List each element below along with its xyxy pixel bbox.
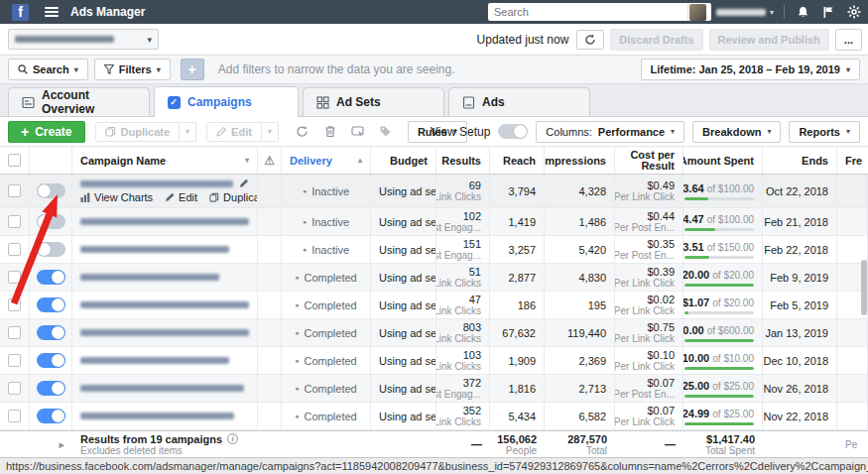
tab-ad-sets[interactable]: Ad Sets [303, 87, 444, 116]
table-row[interactable]: ●Completed Using ad se... 51Link Clicks … [0, 264, 868, 292]
expand-caret-icon[interactable]: ▸ [30, 431, 72, 457]
duplicate-caret[interactable]: ▾ [180, 122, 196, 142]
notifications-bell-icon[interactable] [795, 4, 810, 20]
campaign-active-toggle[interactable] [37, 325, 65, 340]
table-row[interactable]: ●Completed Using ad se... 103Link Clicks… [0, 347, 868, 375]
delivery-header[interactable]: Delivery▴ [282, 147, 371, 174]
vertical-scrollbar-thumb[interactable] [861, 260, 867, 315]
reports-dropdown[interactable]: Reports ▾ [789, 121, 860, 143]
global-search-input[interactable] [488, 3, 687, 21]
campaign-active-toggle[interactable] [37, 409, 65, 423]
settings-gear-icon[interactable] [846, 4, 862, 20]
campaign-active-toggle[interactable] [37, 183, 65, 198]
user-menu[interactable]: ▾ [716, 8, 774, 17]
view-setup-toggle[interactable] [498, 124, 528, 139]
campaign-name-redacted[interactable] [80, 413, 234, 419]
campaign-name-redacted[interactable] [80, 218, 249, 225]
campaign-active-toggle[interactable] [37, 297, 65, 312]
info-icon[interactable]: i [227, 433, 238, 444]
campaign-name-header[interactable]: Campaign Name▾ [72, 147, 258, 174]
amount-spent-cell: $33.64 of $100.00 [683, 175, 763, 207]
tab-ads[interactable]: Ads [448, 87, 590, 116]
campaign-name-redacted[interactable] [80, 301, 249, 308]
reach-cell: 186 [490, 292, 545, 318]
columns-dropdown[interactable]: Columns: Performance ▾ [536, 121, 684, 143]
discard-drafts-button[interactable]: Discard Drafts [610, 29, 702, 51]
facebook-logo-icon[interactable]: f [12, 4, 29, 21]
campaign-name-redacted[interactable] [80, 180, 233, 187]
select-all-checkbox[interactable] [8, 154, 21, 167]
edit-action[interactable]: Edit [165, 191, 197, 203]
impressions-cell: 4,328 [545, 175, 615, 207]
row-checkbox[interactable] [8, 382, 21, 395]
ad-account-selector[interactable]: ▾ [8, 29, 159, 50]
user-avatar[interactable] [689, 4, 706, 21]
table-row[interactable]: ●Completed Using ad se... 352Link Clicks… [0, 403, 868, 430]
campaign-active-toggle[interactable] [37, 242, 65, 257]
campaign-active-toggle[interactable] [37, 381, 65, 396]
review-and-publish-button[interactable]: Review and Publish [709, 29, 829, 51]
tab-account-overview[interactable]: Account Overview [8, 87, 150, 116]
create-campaign-button[interactable]: + Create [8, 121, 85, 143]
filters-dropdown[interactable]: Filters ▾ [94, 59, 171, 80]
duplicate-action[interactable]: Duplicate [209, 191, 258, 203]
view-charts-action[interactable]: View Charts [80, 191, 153, 203]
more-options-button[interactable]: ... [835, 29, 862, 51]
table-row[interactable]: ●Inactive Using ad se... 151Post Engag..… [0, 236, 868, 264]
row-checkbox[interactable] [8, 215, 21, 228]
reach-cell: 67,632 [490, 319, 545, 346]
campaign-name-redacted[interactable] [80, 329, 249, 336]
edit-caret[interactable]: ▾ [262, 122, 279, 142]
breakdown-dropdown[interactable]: Breakdown ▾ [692, 121, 781, 143]
row-checkbox[interactable] [8, 271, 21, 284]
frequency-cell [837, 319, 868, 346]
edit-pencil-icon[interactable] [165, 192, 175, 202]
cost-per-result-header[interactable]: Cost per Result [615, 147, 683, 174]
search-filter-dropdown[interactable]: Search ▾ [8, 59, 88, 80]
table-row[interactable]: ●Completed Using ad se... 47Link Clicks … [0, 292, 868, 319]
results-header[interactable]: Results [436, 147, 490, 174]
budget-header[interactable]: Budget [371, 147, 436, 174]
delivery-cell: ●Completed [282, 292, 371, 318]
amount-spent-header[interactable]: Amount Spent [683, 147, 763, 174]
ab-test-icon[interactable] [291, 121, 314, 143]
campaign-name-redacted[interactable] [80, 385, 244, 392]
amount-spent-cell: $20.00 of $20.00 [683, 264, 763, 291]
table-row[interactable]: ●Inactive Using ad se... 102Post Engag..… [0, 208, 868, 236]
edit-pencil-icon[interactable] [239, 178, 249, 188]
preview-icon[interactable] [346, 121, 370, 143]
refresh-button[interactable] [576, 30, 604, 50]
budget-progress-bar [684, 284, 754, 287]
tab-campaigns[interactable]: ✓ Campaigns [154, 86, 299, 117]
frequency-header[interactable]: Fre [837, 147, 868, 174]
row-checkbox[interactable] [8, 326, 21, 339]
row-checkbox[interactable] [8, 354, 21, 367]
campaign-active-toggle[interactable] [37, 214, 65, 229]
row-checkbox[interactable] [8, 184, 21, 197]
campaign-name-redacted[interactable] [80, 246, 229, 253]
campaign-name-redacted[interactable] [80, 274, 219, 281]
reach-header[interactable]: Reach [490, 147, 545, 174]
row-checkbox[interactable] [8, 410, 21, 422]
results-cell: 69Link Clicks [436, 175, 490, 207]
errors-column-header[interactable]: ⚠ [258, 147, 282, 174]
impressions-header[interactable]: Impressions [545, 147, 615, 174]
reach-cell: 1,909 [490, 347, 545, 374]
add-filter-button[interactable]: + [181, 59, 204, 80]
date-range-selector[interactable]: Lifetime: Jan 25, 2018 – Feb 19, 2019 ▾ [641, 59, 860, 80]
hamburger-menu-icon[interactable] [45, 5, 59, 19]
campaign-name-redacted[interactable] [80, 357, 229, 364]
table-row[interactable]: ●Completed Using ad se... 803Link Clicks… [0, 319, 868, 347]
row-checkbox[interactable] [8, 243, 21, 256]
duplicate-split-button[interactable]: Duplicate ▾ [95, 122, 197, 142]
table-row[interactable]: View Charts Edit Duplicate ●Inactive Usi… [0, 175, 868, 208]
table-row[interactable]: ●Completed Using ad se... 372Post Engag.… [0, 375, 868, 403]
edit-split-button[interactable]: Edit ▾ [206, 122, 279, 142]
tag-icon[interactable] [374, 121, 398, 143]
help-flag-icon[interactable] [820, 4, 836, 20]
delete-trash-icon[interactable] [318, 121, 342, 143]
ends-header[interactable]: Ends [763, 147, 837, 174]
row-checkbox[interactable] [8, 298, 21, 311]
campaign-active-toggle[interactable] [37, 270, 65, 285]
campaign-active-toggle[interactable] [37, 353, 65, 368]
